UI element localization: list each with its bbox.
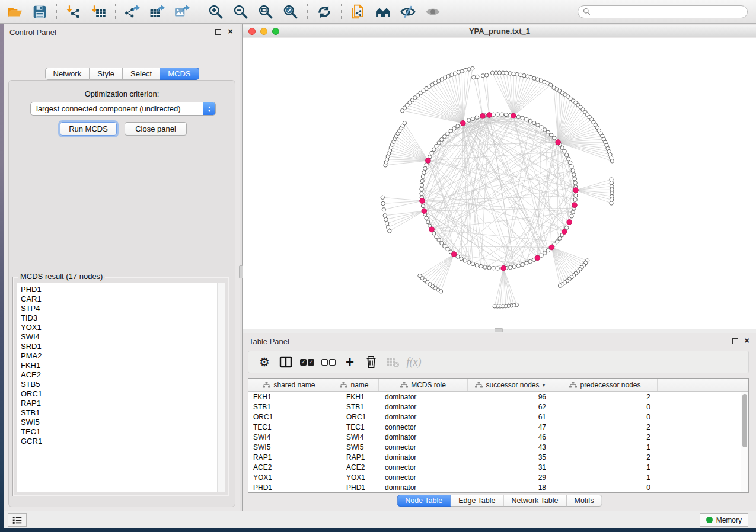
mcds-result-item[interactable]: SRD1 bbox=[17, 342, 225, 351]
tab-network[interactable]: Network bbox=[44, 68, 90, 80]
new-network-from-selection-icon[interactable] bbox=[346, 2, 371, 22]
search-box[interactable] bbox=[578, 5, 748, 18]
table-scrollbar[interactable] bbox=[741, 392, 748, 492]
close-window-icon[interactable] bbox=[248, 28, 256, 35]
mcds-result-item[interactable]: TEC1 bbox=[17, 427, 225, 437]
cell-mcds_role: dominator bbox=[379, 413, 468, 421]
float-table-panel-icon[interactable] bbox=[732, 338, 738, 344]
table-scrollbar-thumb[interactable] bbox=[742, 394, 747, 447]
network-window-titlebar[interactable]: YPA_prune.txt_1 bbox=[243, 25, 756, 37]
criterion-value: largest connected component (undirected) bbox=[31, 104, 203, 113]
mcds-result-item[interactable]: GCR1 bbox=[17, 437, 225, 446]
import-table-icon[interactable] bbox=[86, 2, 111, 22]
tab-style[interactable]: Style bbox=[90, 68, 123, 80]
open-file-icon[interactable] bbox=[2, 2, 27, 22]
zoom-fit-icon[interactable] bbox=[253, 2, 278, 22]
select-all-icon[interactable]: ✓✓ bbox=[298, 353, 316, 371]
toolbar-separator bbox=[56, 4, 57, 20]
save-session-icon[interactable] bbox=[27, 2, 52, 22]
deselect-all-icon[interactable] bbox=[320, 353, 337, 371]
mcds-result-list[interactable]: PHD1CAR1STP4TID3YOX1SWI4SRD1PMA2FKH1ACE2… bbox=[17, 283, 225, 492]
tab-motifs[interactable]: Motifs bbox=[566, 495, 602, 507]
float-panel-icon[interactable] bbox=[215, 29, 221, 35]
table-row-ACE2[interactable]: ACE2ACE2connector311 bbox=[248, 462, 748, 472]
table-row-YOX1[interactable]: YOX1YOX1connector291 bbox=[248, 472, 748, 482]
close-panel-icon[interactable]: × bbox=[228, 26, 233, 37]
table-panel-tabs: Node TableEdge TableNetwork TableMotifs bbox=[397, 495, 602, 507]
import-network-icon[interactable] bbox=[61, 2, 86, 22]
export-table-icon[interactable] bbox=[145, 2, 170, 22]
zoom-selected-icon[interactable] bbox=[278, 2, 303, 22]
toolbar-separator bbox=[115, 4, 116, 20]
column-header-MCDS-role[interactable]: MCDS role bbox=[379, 379, 468, 391]
mcds-result-item[interactable]: SWI4 bbox=[17, 332, 225, 342]
search-input[interactable] bbox=[594, 7, 742, 17]
table-options-icon[interactable]: ⚙ bbox=[256, 353, 273, 371]
tab-mcds[interactable]: MCDS bbox=[160, 68, 199, 80]
function-builder-icon: f(x) bbox=[405, 353, 423, 371]
delete-column-icon[interactable] bbox=[362, 353, 380, 371]
mcds-result-item[interactable]: SWI5 bbox=[17, 418, 225, 427]
mcds-result-item[interactable]: STB1 bbox=[17, 408, 225, 418]
mcds-result-item[interactable]: CAR1 bbox=[17, 294, 225, 304]
cell-predecessor_nodes: 2 bbox=[553, 423, 658, 431]
cell-successor_nodes: 47 bbox=[468, 423, 553, 431]
table-row-STB1[interactable]: STB1STB1dominator620 bbox=[248, 402, 748, 412]
minimize-window-icon[interactable] bbox=[260, 28, 267, 35]
column-header-successor-nodes[interactable]: successor nodes▾ bbox=[468, 379, 553, 391]
dropdown-stepper-icon[interactable]: ▴▾ bbox=[203, 102, 215, 115]
list-icon bbox=[12, 515, 23, 525]
zoom-in-icon[interactable] bbox=[203, 2, 228, 22]
column-header-predecessor-nodes[interactable]: predecessor nodes bbox=[553, 379, 658, 391]
vertical-splitter[interactable] bbox=[240, 24, 243, 511]
table-row-SWI4[interactable]: SWI4SWI4dominator462 bbox=[248, 432, 748, 442]
mcds-result-item[interactable]: PHD1 bbox=[17, 285, 225, 294]
column-header-shared-name[interactable]: shared name bbox=[248, 379, 330, 391]
cell-predecessor_nodes: 0 bbox=[553, 413, 658, 421]
export-network-icon[interactable] bbox=[120, 2, 145, 22]
first-neighbors-icon[interactable] bbox=[371, 2, 395, 22]
mcds-list-scrollbar[interactable] bbox=[217, 283, 225, 492]
show-all-icon[interactable] bbox=[420, 2, 445, 22]
tab-network-table[interactable]: Network Table bbox=[504, 495, 567, 507]
mcds-result-item[interactable]: FKH1 bbox=[17, 361, 225, 370]
column-header-name[interactable]: name bbox=[330, 379, 379, 391]
mcds-result-item[interactable]: TID3 bbox=[17, 313, 225, 323]
close-table-panel-icon[interactable]: × bbox=[744, 335, 749, 346]
table-row-PHD1[interactable]: PHD1PHD1dominator180 bbox=[248, 482, 748, 492]
hide-selected-icon[interactable] bbox=[395, 2, 420, 22]
table-row-RAP1[interactable]: RAP1RAP1dominator352 bbox=[248, 452, 748, 462]
mcds-result-item[interactable]: ORC1 bbox=[17, 389, 225, 399]
mcds-result-item[interactable]: ACE2 bbox=[17, 370, 225, 380]
memory-button[interactable]: Memory bbox=[700, 513, 748, 527]
network-graph-canvas[interactable] bbox=[243, 38, 756, 329]
mcds-result-item[interactable]: STP4 bbox=[17, 304, 225, 313]
automation-panel-button[interactable] bbox=[8, 513, 27, 527]
cell-mcds_role: connector bbox=[379, 443, 468, 451]
apply-layout-icon[interactable] bbox=[312, 2, 337, 22]
zoom-out-icon[interactable] bbox=[228, 2, 253, 22]
table-row-TEC1[interactable]: TEC1TEC1connector472 bbox=[248, 422, 748, 432]
table-row-FKH1[interactable]: FKH1FKH1dominator962 bbox=[248, 392, 748, 402]
run-mcds-button[interactable]: Run MCDS bbox=[60, 122, 117, 136]
mcds-result-item[interactable]: PMA2 bbox=[17, 351, 225, 361]
memory-status-icon bbox=[706, 517, 713, 523]
horizontal-splitter-grip[interactable] bbox=[495, 328, 503, 332]
export-image-icon[interactable] bbox=[170, 2, 194, 22]
close-panel-button[interactable]: Close panel bbox=[125, 122, 187, 136]
cell-shared_name: STB1 bbox=[248, 403, 330, 411]
mcds-result-item[interactable]: RAP1 bbox=[17, 399, 225, 408]
table-row-SWI5[interactable]: SWI5SWI5connector431 bbox=[248, 442, 748, 452]
mcds-result-item[interactable]: YOX1 bbox=[17, 323, 225, 332]
tab-edge-table[interactable]: Edge Table bbox=[451, 495, 503, 507]
maximize-window-icon[interactable] bbox=[272, 28, 279, 35]
mcds-result-item[interactable]: STB5 bbox=[17, 380, 225, 389]
add-column-icon[interactable]: + bbox=[341, 353, 359, 371]
tab-select[interactable]: Select bbox=[123, 68, 160, 80]
table-row-ORC1[interactable]: ORC1ORC1dominator610 bbox=[248, 412, 748, 422]
tab-node-table[interactable]: Node Table bbox=[397, 495, 451, 507]
cell-shared_name: YOX1 bbox=[248, 473, 330, 482]
show-column-panel-icon[interactable] bbox=[277, 353, 295, 371]
cell-name: RAP1 bbox=[330, 453, 379, 462]
criterion-dropdown[interactable]: largest connected component (undirected)… bbox=[30, 102, 216, 116]
